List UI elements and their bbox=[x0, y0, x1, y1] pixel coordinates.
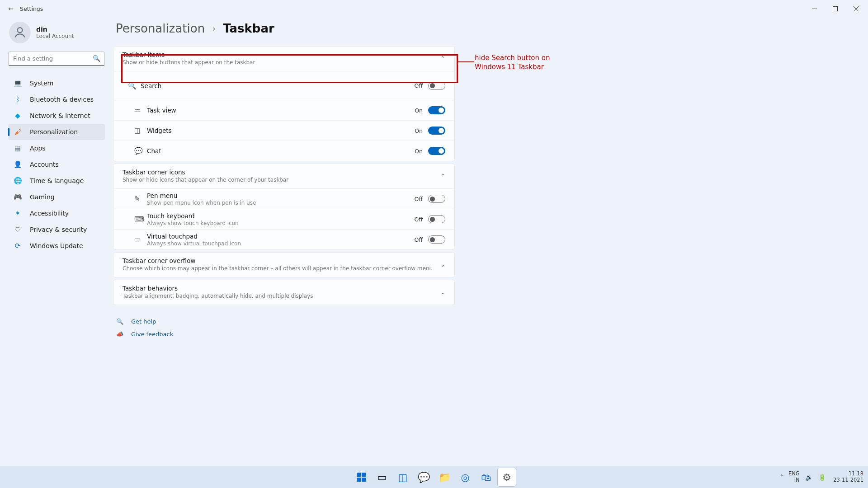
content-area: Personalization › Taskbar Taskbar items … bbox=[113, 17, 868, 466]
sidebar-item-windows-update[interactable]: ⟳Windows Update bbox=[8, 238, 105, 254]
minimize-button[interactable] bbox=[804, 2, 825, 15]
nav-label: Time & language bbox=[30, 177, 84, 184]
help-icon: 🔍 bbox=[116, 318, 124, 325]
os-taskbar[interactable]: ▭ ◫ 💬 📁 ◎ 🛍 ⚙ ˄ ENGIN 🔉 🔋 11:1823-11-202… bbox=[0, 466, 868, 488]
sidebar-item-personalization[interactable]: 🖌Personalization bbox=[8, 124, 105, 140]
tray-time: 11:18 bbox=[833, 471, 863, 477]
window-titlebar: ← Settings bbox=[0, 0, 868, 17]
svg-rect-6 bbox=[362, 473, 366, 477]
section-header-taskbar-items[interactable]: Taskbar items Show or hide buttons that … bbox=[113, 47, 454, 71]
maximize-button[interactable] bbox=[825, 2, 845, 15]
start-button[interactable] bbox=[352, 468, 370, 486]
row-icon: ✎ bbox=[134, 195, 147, 203]
feedback-icon: 📣 bbox=[116, 331, 124, 338]
toggle-switch[interactable] bbox=[428, 127, 445, 135]
svg-rect-8 bbox=[362, 478, 366, 482]
row-label: Search bbox=[141, 82, 415, 89]
taskbar-center-icons: ▭ ◫ 💬 📁 ◎ 🛍 ⚙ bbox=[352, 468, 516, 486]
store-icon[interactable]: 🛍 bbox=[477, 468, 495, 486]
chevron-up-icon: ⌃ bbox=[440, 55, 445, 62]
settings-taskbar-icon[interactable]: ⚙ bbox=[498, 468, 516, 486]
sidebar-item-privacy-security[interactable]: 🛡Privacy & security bbox=[8, 221, 105, 238]
user-block[interactable]: din Local Account bbox=[8, 22, 105, 43]
nav-label: Network & internet bbox=[30, 112, 90, 119]
window-title: Settings bbox=[20, 5, 43, 12]
nav-icon: 👤 bbox=[14, 160, 22, 169]
toggle-switch[interactable] bbox=[428, 215, 445, 223]
row-label: Chat bbox=[147, 147, 415, 155]
panels: Taskbar items Show or hide buttons that … bbox=[113, 46, 455, 340]
setting-row-widgets: ◫ Widgets On bbox=[113, 120, 454, 141]
row-icon: 🔍 bbox=[128, 82, 141, 90]
section-header-corner-icons[interactable]: Taskbar corner icons Show or hide icons … bbox=[113, 164, 454, 188]
breadcrumb: Personalization › Taskbar bbox=[113, 22, 868, 35]
section-corner-overflow[interactable]: Taskbar corner overflow Choose which ico… bbox=[113, 252, 455, 277]
sidebar-item-bluetooth-devices[interactable]: ᛒBluetooth & devices bbox=[8, 91, 105, 108]
toggle-switch[interactable] bbox=[428, 235, 445, 244]
row-sublabel: Always show touch keyboard icon bbox=[147, 220, 415, 226]
edge-icon[interactable]: ◎ bbox=[456, 468, 474, 486]
nav-label: Accounts bbox=[30, 161, 59, 168]
file-explorer-icon[interactable]: 📁 bbox=[435, 468, 453, 486]
setting-row-virtual-touchpad: ▭ Virtual touchpadAlways show virtual to… bbox=[113, 229, 454, 249]
sidebar-item-accounts[interactable]: 👤Accounts bbox=[8, 156, 105, 173]
nav-icon: 🌐 bbox=[14, 177, 22, 185]
nav-label: Gaming bbox=[30, 193, 55, 201]
setting-row-chat: 💬 Chat On bbox=[113, 141, 454, 161]
settings-search[interactable]: 🔍 bbox=[8, 52, 105, 66]
widgets-icon[interactable]: ◫ bbox=[394, 468, 412, 486]
nav-icon: ⟳ bbox=[14, 242, 22, 250]
toggle-switch[interactable] bbox=[428, 147, 445, 155]
give-feedback-link[interactable]: Give feedback bbox=[131, 331, 173, 338]
get-help-link[interactable]: Get help bbox=[131, 318, 156, 325]
chat-icon[interactable]: 💬 bbox=[415, 468, 433, 486]
sidebar: din Local Account 🔍 💻SystemᛒBluetooth & … bbox=[0, 17, 113, 466]
row-icon: ▭ bbox=[134, 106, 147, 114]
user-type: Local Account bbox=[36, 33, 74, 39]
back-button[interactable]: ← bbox=[2, 5, 20, 12]
sidebar-item-network-internet[interactable]: ◆Network & internet bbox=[8, 108, 105, 124]
toggle-state-label: On bbox=[415, 107, 423, 114]
sidebar-item-system[interactable]: 💻System bbox=[8, 75, 105, 91]
row-icon: ▭ bbox=[134, 235, 147, 244]
chevron-down-icon: ⌄ bbox=[440, 261, 445, 268]
task-view-icon[interactable]: ▭ bbox=[373, 468, 391, 486]
section-subtitle: Show or hide buttons that appear on the … bbox=[123, 59, 440, 66]
setting-row-search: 🔍 Search Off bbox=[113, 71, 454, 100]
sidebar-item-apps[interactable]: ▦Apps bbox=[8, 140, 105, 156]
toggle-state-label: Off bbox=[415, 216, 423, 223]
nav-icon: 🎮 bbox=[14, 193, 22, 201]
tray-lang2: IN bbox=[788, 477, 800, 483]
toggle-switch[interactable] bbox=[428, 106, 445, 114]
section-taskbar-behaviors[interactable]: Taskbar behaviors Taskbar alignment, bad… bbox=[113, 280, 455, 305]
toggle-state-label: Off bbox=[415, 196, 423, 202]
nav-label: Personalization bbox=[30, 128, 78, 136]
toggle-switch[interactable] bbox=[428, 195, 445, 203]
toggle-state-label: On bbox=[415, 127, 423, 134]
svg-rect-7 bbox=[357, 478, 361, 482]
tray-date: 23-11-2021 bbox=[833, 477, 863, 483]
tray-chevron-icon[interactable]: ˄ bbox=[780, 474, 783, 480]
tray-status-icons[interactable]: 🔉 🔋 bbox=[805, 474, 828, 481]
nav-label: Privacy & security bbox=[30, 226, 87, 233]
sidebar-item-gaming[interactable]: 🎮Gaming bbox=[8, 189, 105, 205]
close-button[interactable] bbox=[845, 2, 866, 15]
row-label: Widgets bbox=[147, 127, 415, 134]
user-name: din bbox=[36, 26, 74, 33]
section-title: Taskbar items bbox=[123, 51, 440, 58]
row-sublabel: Always show virtual touchpad icon bbox=[147, 240, 415, 247]
sidebar-item-time-language[interactable]: 🌐Time & language bbox=[8, 173, 105, 189]
breadcrumb-parent[interactable]: Personalization bbox=[116, 22, 205, 35]
nav-icon: ▦ bbox=[14, 144, 22, 152]
annotation-leader-line bbox=[458, 61, 474, 62]
system-tray[interactable]: ˄ ENGIN 🔉 🔋 11:1823-11-2021 bbox=[780, 471, 863, 483]
section-title: Taskbar corner icons bbox=[123, 169, 440, 176]
toggle-switch[interactable] bbox=[428, 82, 445, 90]
chevron-right-icon: › bbox=[212, 23, 216, 34]
section-title: Taskbar corner overflow bbox=[123, 257, 440, 264]
sidebar-item-accessibility[interactable]: ✶Accessibility bbox=[8, 205, 105, 221]
row-label: Virtual touchpad bbox=[147, 233, 415, 240]
row-label: Pen menu bbox=[147, 192, 415, 199]
row-icon: 💬 bbox=[134, 147, 147, 155]
search-input[interactable] bbox=[8, 52, 105, 66]
